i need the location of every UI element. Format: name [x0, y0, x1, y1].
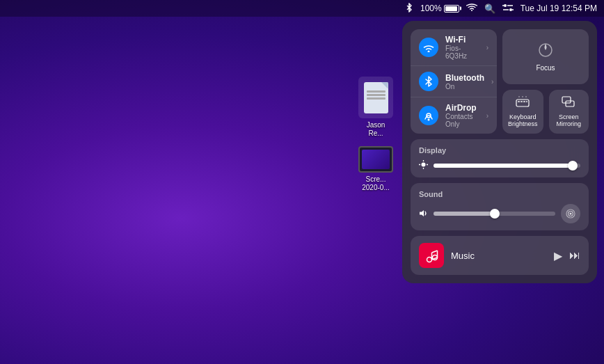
focus-icon: [538, 42, 553, 61]
focus-label: Focus: [536, 64, 555, 72]
network-section: Wi-Fi Fios-6Q3Hz › Bluetooth On: [411, 29, 497, 134]
wifi-item[interactable]: Wi-Fi Fios-6Q3Hz ›: [411, 29, 497, 66]
volume-icon: [419, 209, 428, 219]
menubar-right: 100% 🔍: [405, 3, 597, 15]
svg-point-30: [570, 213, 572, 215]
desktop-item-screen-label: Scre...2020-0...: [362, 175, 389, 192]
music-app-icon: [419, 243, 444, 268]
volume-slider[interactable]: [434, 212, 555, 216]
svg-point-4: [509, 8, 512, 11]
search-menubar-icon[interactable]: 🔍: [484, 3, 495, 14]
bluetooth-info: Bluetooth On: [445, 73, 484, 90]
wifi-name: Wi-Fi: [445, 35, 479, 45]
sound-slider-row: [419, 204, 580, 223]
wifi-sub: Fios-6Q3Hz: [445, 45, 479, 60]
focus-button[interactable]: Focus: [502, 29, 589, 84]
menubar-datetime: Tue Jul 19 12:54 PM: [520, 3, 597, 13]
battery-percent-label: 100%: [420, 3, 442, 13]
desktop-item-jason[interactable]: JasonRe...: [355, 77, 397, 138]
svg-rect-21: [562, 97, 571, 103]
music-section: Music ▶ ⏭: [411, 236, 589, 275]
desktop-item-jason-label: JasonRe...: [367, 121, 386, 138]
desktop: 100% 🔍: [0, 0, 604, 364]
airdrop-item[interactable]: AirDrop Contacts Only ›: [411, 97, 497, 134]
keyboard-brightness-button[interactable]: KeyboardBrightness: [502, 90, 543, 134]
svg-line-36: [432, 251, 438, 253]
battery-indicator[interactable]: 100%: [420, 3, 459, 13]
brightness-slider-row: [419, 160, 580, 171]
svg-rect-22: [566, 101, 574, 106]
battery-icon: [444, 5, 459, 13]
bluetooth-sub: On: [445, 83, 484, 90]
airplay-button[interactable]: [561, 204, 580, 223]
sound-section: Sound: [411, 183, 589, 230]
airdrop-chevron-icon: ›: [486, 112, 488, 120]
desktop-item-screen[interactable]: Scre...2020-0...: [355, 146, 397, 192]
bluetooth-icon: [419, 72, 438, 91]
control-center-menubar-icon[interactable]: [502, 3, 514, 14]
bluetooth-item[interactable]: Bluetooth On ›: [411, 66, 497, 97]
control-center-panel: Wi-Fi Fios-6Q3Hz › Bluetooth On: [402, 21, 597, 283]
brightness-slider[interactable]: [434, 164, 580, 168]
screen-mirroring-label: ScreenMirroring: [557, 113, 582, 127]
svg-rect-17: [526, 101, 527, 102]
wifi-menubar-icon[interactable]: [466, 3, 477, 14]
svg-rect-14: [518, 101, 520, 102]
wifi-chevron-icon: ›: [486, 44, 488, 52]
svg-point-9: [428, 50, 430, 52]
keyboard-brightness-icon: [516, 96, 530, 111]
music-label: Music: [451, 251, 547, 261]
bluetooth-chevron-icon: ›: [491, 78, 493, 86]
svg-point-31: [427, 258, 432, 262]
fast-forward-button[interactable]: ⏭: [569, 249, 580, 262]
svg-point-23: [422, 163, 426, 167]
brightness-low-icon: [419, 160, 428, 171]
wifi-icon: [419, 38, 438, 57]
play-button[interactable]: ▶: [554, 249, 562, 262]
menubar: 100% 🔍: [0, 0, 604, 17]
keyboard-brightness-label: KeyboardBrightness: [508, 113, 538, 127]
bluetooth-menubar-icon[interactable]: [405, 3, 413, 15]
display-label: Display: [419, 146, 580, 155]
airdrop-info: AirDrop Contacts Only: [445, 103, 479, 128]
svg-point-11: [428, 119, 430, 121]
screen-mirroring-button[interactable]: ScreenMirroring: [549, 90, 589, 134]
svg-rect-13: [516, 100, 529, 106]
svg-rect-15: [520, 101, 523, 102]
display-section: Display: [411, 139, 589, 177]
screen-mirroring-icon: [562, 96, 575, 111]
airdrop-sub: Contacts Only: [445, 113, 479, 128]
sound-label: Sound: [419, 190, 580, 198]
music-controls: ▶ ⏭: [554, 249, 580, 262]
airdrop-icon: [419, 106, 438, 125]
airdrop-name: AirDrop: [445, 103, 479, 113]
svg-point-3: [504, 4, 507, 7]
wifi-info: Wi-Fi Fios-6Q3Hz: [445, 35, 479, 60]
svg-rect-16: [523, 101, 525, 102]
bluetooth-name: Bluetooth: [445, 73, 484, 83]
